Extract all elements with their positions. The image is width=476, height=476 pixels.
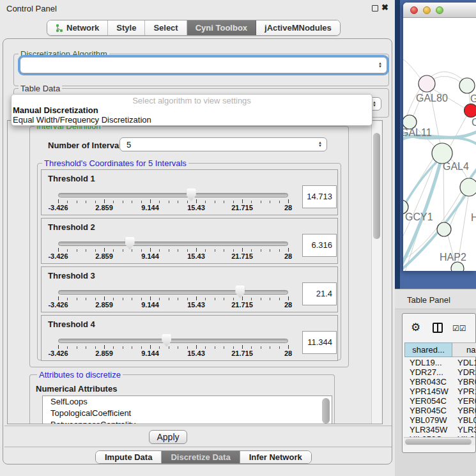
float-window-icon[interactable]: [372, 5, 378, 12]
close-icon[interactable]: ✖: [381, 3, 388, 12]
top-tab-bar: NetworkStyleSelectCyni ToolboxjActiveMNo…: [47, 20, 341, 36]
tab-network[interactable]: Network: [47, 20, 108, 35]
columns-icon[interactable]: [433, 323, 443, 333]
threshold-box: Threshold 2-3.4262.8599.14415.4321.71528…: [41, 218, 338, 264]
network-node-label: H: [471, 212, 476, 223]
dropdown-option[interactable]: Manual Discretization: [12, 105, 372, 115]
column-header-name[interactable]: na: [452, 342, 476, 357]
cell-name: YER0: [457, 396, 476, 406]
slider-track[interactable]: [58, 193, 288, 197]
num-intervals-combobox[interactable]: 5 ▲▼: [119, 137, 327, 151]
network-edge[interactable]: [403, 59, 421, 79]
cell-shared-name: YBR045C: [410, 406, 447, 415]
cell-shared-name: YER054C: [410, 396, 447, 406]
checkbox-icons[interactable]: ☑☑: [452, 324, 466, 333]
network-node-gal80[interactable]: [418, 75, 435, 92]
cell-name: YBR0: [457, 406, 476, 415]
network-canvas[interactable]: GAL80GACGAL11GAL4GCY1HHAP2: [403, 19, 476, 271]
cell-shared-name: YDL19...: [410, 358, 442, 367]
slider-track[interactable]: [58, 242, 288, 246]
network-node-hap2[interactable]: [437, 222, 451, 236]
horizontal-scrollbar[interactable]: [404, 437, 475, 445]
network-node-h[interactable]: [460, 178, 476, 196]
apply-bar: Apply: [4, 426, 392, 447]
network-edge[interactable]: [450, 116, 466, 146]
network-node-label: GCY1: [405, 211, 433, 222]
dropdown-options: Manual DiscretizationEqual Width/Frequen…: [12, 105, 372, 125]
table-panel: ⚙ ☑☑ shared... na YDL19...YDL1YDR27...YD…: [402, 313, 476, 453]
cell-shared-name: YPR145W: [410, 387, 449, 396]
network-icon: [56, 24, 63, 33]
algorithm-dropdown-popup: Select algorithm to view settings Manual…: [11, 94, 372, 126]
network-node-c[interactable]: [464, 104, 476, 118]
network-edge[interactable]: [434, 76, 462, 83]
tick-label: 28: [284, 204, 292, 211]
threshold-value-field[interactable]: 6.316: [302, 234, 337, 257]
column-header-shared[interactable]: shared...: [404, 342, 452, 357]
network-node-label: GA: [470, 93, 476, 104]
zoom-traffic-light-icon[interactable]: [436, 6, 443, 14]
network-node[interactable]: [451, 262, 464, 271]
attribute-list-item[interactable]: BetweennessCentrality: [43, 419, 332, 424]
list-scrollbar[interactable]: [322, 398, 330, 424]
tab-style[interactable]: Style: [108, 20, 145, 35]
tab-infer-network[interactable]: Infer Network: [240, 451, 311, 463]
network-window-titlebar[interactable]: [403, 3, 476, 18]
apply-button[interactable]: Apply: [149, 430, 187, 444]
network-node-ga[interactable]: [459, 78, 475, 93]
num-intervals-label: Number of Intervals: [48, 141, 126, 150]
attribute-list-item[interactable]: SelfLoops: [43, 396, 332, 408]
threshold-value-field[interactable]: 14.713: [302, 185, 337, 208]
cell-name: YPR1: [457, 387, 476, 396]
slider-major-ticks: [58, 248, 289, 252]
tick-label: 21.715: [231, 204, 253, 211]
tab-label: Cyni Toolbox: [196, 23, 247, 33]
tick-label: -3.426: [48, 204, 68, 211]
attribute-list-item[interactable]: TopologicalCoefficient: [43, 408, 332, 419]
desktop-shadow-strip: [395, 0, 400, 289]
tick-label: 21.715: [231, 252, 253, 260]
network-edge[interactable]: [443, 163, 444, 223]
tick-label: 9.144: [141, 252, 159, 260]
tick-label: 15.43: [187, 301, 205, 309]
table-panel-header: Table Panel: [395, 289, 476, 309]
network-edge-thick[interactable]: [470, 167, 476, 178]
tab-cyni-toolbox[interactable]: Cyni Toolbox: [187, 20, 256, 35]
cell-name: YBR0: [457, 377, 476, 387]
threshold-label: Threshold 2: [48, 222, 95, 232]
slider-track[interactable]: [58, 290, 288, 295]
threshold-value-field[interactable]: 21.4: [302, 282, 337, 305]
bottom-tab-bar: Impute DataDiscretize DataInfer Network: [95, 450, 312, 464]
dropdown-option[interactable]: Equal Width/Frequency Discretization: [12, 115, 372, 125]
tick-label: 28: [284, 301, 292, 309]
table-header-row: shared... na: [404, 342, 476, 357]
tab-select[interactable]: Select: [145, 20, 187, 35]
combo-arrows-icon: ▲▼: [372, 98, 376, 110]
minimize-traffic-light-icon[interactable]: [423, 6, 431, 14]
tick-label: 21.715: [231, 301, 253, 309]
cell-shared-name: YBR043C: [410, 377, 447, 387]
tick-label: 2.859: [95, 349, 113, 357]
tick-label: 2.859: [95, 204, 113, 211]
cell-shared-name: YDR27...: [410, 367, 443, 377]
tab-impute-data[interactable]: Impute Data: [96, 451, 162, 463]
tick-label: 28: [284, 349, 292, 357]
threshold-box: Threshold 4-3.4262.8599.14415.4321.71528…: [41, 315, 338, 361]
network-node-label: GAL4: [443, 161, 469, 172]
slider-track[interactable]: [58, 339, 288, 343]
gear-icon[interactable]: ⚙: [411, 321, 420, 334]
network-node-label: C: [472, 117, 476, 128]
algorithm-combobox[interactable]: ▲▼: [20, 57, 387, 73]
cyni-toolbox-panel: Discretization Algorithm ▲▼ Table Data g…: [3, 38, 392, 464]
close-traffic-light-icon[interactable]: [410, 6, 418, 14]
tab-jactivemnodules[interactable]: jActiveMNodules: [256, 20, 340, 35]
scrollbar-thumb[interactable]: [405, 439, 472, 445]
numerical-attributes-list: SelfLoopsTopologicalCoefficientBetweenne…: [42, 395, 332, 424]
tab-discretize-data[interactable]: Discretize Data: [162, 451, 240, 463]
threshold-value-field[interactable]: 11.344: [302, 331, 337, 354]
tick-label: -3.426: [48, 349, 68, 357]
vertical-scrollbar[interactable]: [371, 121, 381, 424]
threshold-label: Threshold 1: [48, 174, 95, 183]
scrollbar-thumb[interactable]: [373, 133, 380, 239]
network-node-label: HAP2: [440, 252, 466, 263]
